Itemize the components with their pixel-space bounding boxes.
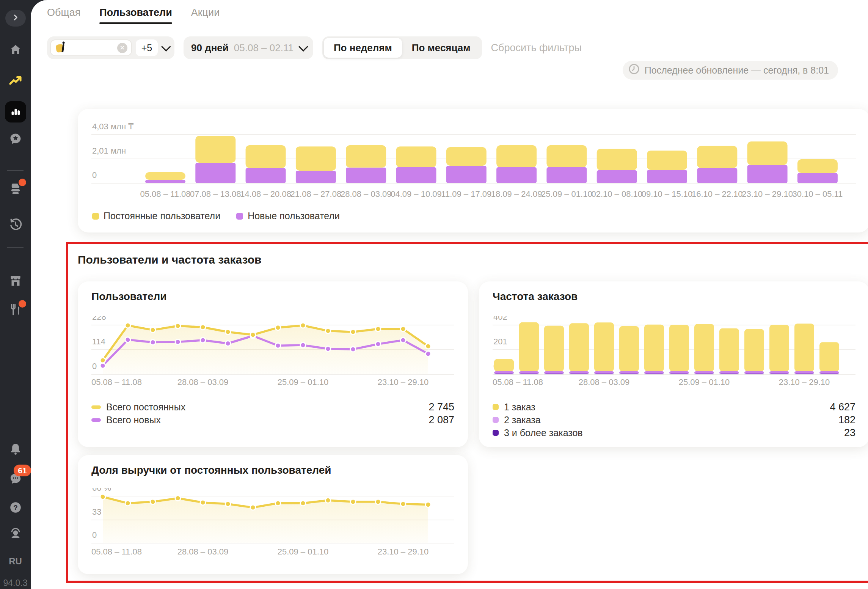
order-frequency-card: Частота заказов 402201005.08 – 11.0828.0… (479, 281, 868, 447)
sidebar-item-analytics-active[interactable] (5, 101, 26, 123)
bar-chart-icon (9, 105, 22, 119)
legend-label: 1 заказ (504, 402, 535, 413)
svg-text:14.08 – 20.08: 14.08 – 20.08 (240, 189, 291, 199)
storefront-icon (9, 274, 22, 287)
support-agent-icon (9, 526, 22, 540)
svg-text:25.09 – 01.10: 25.09 – 01.10 (541, 189, 592, 199)
legend-row: Всего постоянных 2 745 (91, 402, 454, 412)
clock-icon (628, 63, 640, 77)
bell-icon (9, 442, 22, 456)
sidebar-item-support[interactable] (0, 526, 31, 540)
svg-text:28.08 – 03.09: 28.08 – 03.09 (579, 377, 630, 387)
period-filter-chip[interactable]: 90 дней 05.08 – 02.11 (184, 36, 313, 59)
legend-label-new: Новые пользователи (248, 210, 340, 221)
revenue-share-line-chart: 66 %33005.08 – 11.0828.08 – 03.0925.09 –… (91, 488, 454, 565)
sidebar-item-store[interactable] (0, 274, 31, 287)
brand-filter-more[interactable]: +5 (136, 39, 158, 56)
toggle-by-month[interactable]: По месяцам (402, 38, 480, 58)
svg-text:4,03 млн ₸: 4,03 млн ₸ (92, 122, 133, 131)
svg-text:16.10 – 22.10: 16.10 – 22.10 (692, 189, 743, 199)
svg-text:18.09 – 24.09: 18.09 – 24.09 (491, 189, 542, 199)
tab-users[interactable]: Пользователи (99, 7, 172, 24)
app-version: 94.0.3 (0, 578, 31, 588)
svg-text:09.10 – 15.10: 09.10 – 15.10 (642, 189, 693, 199)
svg-text:05.08 – 11.08: 05.08 – 11.08 (91, 377, 142, 387)
legend-swatch-regular (92, 213, 99, 220)
orders-badge-dot (17, 177, 27, 187)
svg-text:23.10 – 29.10: 23.10 – 29.10 (378, 377, 429, 387)
sidebar-item-history[interactable] (0, 218, 31, 231)
brand-filter-selected[interactable]: ✕ (50, 39, 132, 56)
language-switcher[interactable]: RU (0, 556, 31, 567)
last-update-badge: Последнее обновление — сегодня, в 8:01 (623, 61, 838, 80)
svg-text:30.10 – 05.11: 30.10 – 05.11 (792, 189, 843, 199)
sidebar-item-help[interactable]: ? (0, 501, 31, 514)
sidebar-item-reviews[interactable] (0, 132, 31, 146)
legend-dash-new (91, 418, 101, 422)
main-content: Общая Пользователи Акции ✕ +5 90 дней 05… (31, 0, 868, 589)
order-frequency-bar-chart: 402201005.08 – 11.0828.08 – 03.0925.09 –… (493, 316, 855, 396)
sidebar: 61 ? RU 94.0.3 (0, 0, 31, 589)
svg-text:28.08 – 03.09: 28.08 – 03.09 (341, 189, 392, 199)
period-range: 05.08 – 02.11 (234, 42, 294, 54)
svg-text:228: 228 (92, 316, 106, 322)
legend-label-regular: Постоянные пользователи (104, 210, 220, 221)
brand-logo-icon (55, 41, 67, 55)
svg-text:05.08 – 11.08: 05.08 – 11.08 (140, 189, 191, 199)
users-card-title: Пользователи (91, 291, 167, 303)
legend-label: 2 заказа (504, 415, 541, 426)
home-icon (9, 43, 22, 56)
revenue-chart-legend: Постоянные пользователи Новые пользовате… (92, 210, 340, 221)
legend-value: 2 087 (429, 414, 454, 426)
legend-value: 2 745 (429, 401, 454, 413)
svg-text:23.10 – 29.10: 23.10 – 29.10 (742, 189, 793, 199)
svg-text:25.09 – 01.10: 25.09 – 01.10 (278, 377, 329, 387)
tabs-bar: Общая Пользователи Акции (47, 7, 220, 24)
legend-swatch-two-orders (493, 417, 499, 423)
legend-label: Всего новых (106, 415, 161, 426)
clear-filter-icon[interactable]: ✕ (117, 43, 127, 53)
svg-text:11.09 – 17.09: 11.09 – 17.09 (441, 189, 491, 199)
messages-count-badge: 61 (14, 465, 31, 476)
legend-label: Всего постоянных (106, 402, 185, 413)
sidebar-divider (7, 247, 24, 248)
share-card-title: Доля выручки от постоянных пользователей (91, 464, 331, 476)
sidebar-item-restaurant[interactable] (0, 303, 31, 316)
brand-filter-chip[interactable]: ✕ +5 (47, 36, 174, 59)
chevron-down-icon (298, 42, 308, 51)
svg-text:05.08 – 11.08: 05.08 – 11.08 (493, 377, 543, 387)
sidebar-item-orders[interactable] (0, 181, 31, 195)
legend-value: 23 (844, 427, 855, 439)
revenue-stacked-bar-chart: 4,03 млн ₸2,01 млн005.08 – 11.0807.08 – … (91, 119, 856, 214)
frequency-card-title: Частота заказов (493, 291, 578, 303)
trend-arrow-icon (8, 74, 23, 88)
reset-filters-button[interactable]: Сбросить фильтры (491, 42, 582, 54)
toggle-by-week[interactable]: По неделям (324, 38, 402, 58)
svg-text:28.08 – 03.09: 28.08 – 03.09 (177, 547, 229, 556)
legend-row: Всего новых 2 087 (91, 415, 454, 425)
legend-row: 1 заказ 4 627 (493, 402, 855, 412)
users-chart-card: Пользователи 228114005.08 – 11.0828.08 –… (78, 281, 468, 447)
svg-text:?: ? (13, 504, 17, 512)
question-mark-icon: ? (9, 501, 22, 514)
svg-text:402: 402 (493, 316, 507, 322)
svg-text:0: 0 (92, 170, 97, 180)
sidebar-item-notifications[interactable] (0, 442, 31, 456)
svg-text:23.10 – 29.10: 23.10 – 29.10 (779, 377, 830, 387)
legend-row: 3 и более заказов 23 (493, 428, 855, 438)
sidebar-item-trends[interactable] (0, 74, 31, 88)
svg-text:21.08 – 27.08: 21.08 – 27.08 (290, 189, 342, 199)
sidebar-collapse-button[interactable] (5, 10, 26, 27)
legend-value: 182 (838, 414, 855, 426)
sidebar-divider (7, 170, 24, 171)
granularity-toggle: По неделям По месяцам (322, 36, 482, 59)
frequency-chart-legend: 1 заказ 4 627 2 заказа 182 3 и более зак… (493, 402, 855, 438)
chevron-right-icon (11, 13, 20, 24)
tab-overview[interactable]: Общая (47, 7, 80, 24)
svg-text:04.09 – 10.09: 04.09 – 10.09 (391, 189, 442, 199)
tab-promotions[interactable]: Акции (191, 7, 220, 24)
legend-swatch-new (236, 213, 243, 220)
sidebar-item-home[interactable] (0, 43, 31, 56)
period-label: 90 дней (191, 42, 229, 54)
legend-row: 2 заказа 182 (493, 415, 855, 425)
